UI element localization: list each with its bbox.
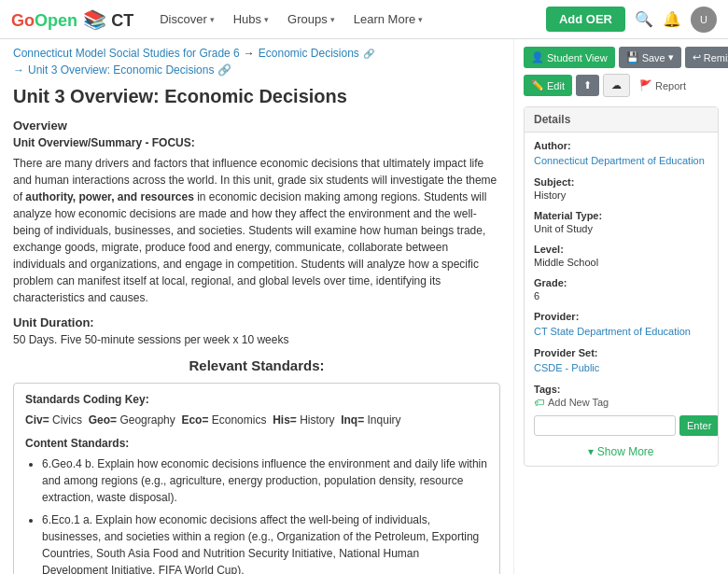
provider-set-link[interactable]: CSDE - Public <box>534 362 599 373</box>
grade-item: Grade: 6 <box>534 277 708 301</box>
summary-bold: authority, power, and resources <box>25 190 194 203</box>
chevron-down-icon: ▾ <box>264 15 269 24</box>
grade-value: 6 <box>534 290 708 301</box>
civ-abbr: Civ= <box>25 413 49 427</box>
add-tag-label[interactable]: Add New Tag <box>548 397 609 408</box>
nav-discover[interactable]: Discover ▾ <box>152 8 222 30</box>
remix-button[interactable]: ↩ Remix ▾ <box>685 47 728 68</box>
report-label: Report <box>655 80 686 91</box>
nav-groups[interactable]: Groups ▾ <box>280 8 343 30</box>
upload-button[interactable]: ⬆ <box>576 75 599 96</box>
overview-label: Overview <box>13 119 500 133</box>
avatar[interactable]: U <box>691 7 717 33</box>
chevron-down-icon: ▾ <box>418 15 423 24</box>
list-item: 6.Eco.1 a. Explain how economic decision… <box>42 511 488 574</box>
edit-button[interactable]: ✏️ Edit <box>524 75 572 96</box>
action-buttons-top: 👤 Student View 💾 Save ▾ ↩ Remix ▾ <box>524 47 719 68</box>
breadcrumb-parent[interactable]: Connecticut Model Social Studies for Gra… <box>13 47 240 60</box>
cloud-icon: ☁ <box>611 79 622 91</box>
tags-item: Tags: 🏷 Add New Tag Enter <box>534 384 708 436</box>
standards-box: Standards Coding Key: Civ= Civics Geo= G… <box>13 383 500 574</box>
main-container: Connecticut Model Social Studies for Gra… <box>0 39 728 574</box>
nav-hubs[interactable]: Hubs ▾ <box>226 8 276 30</box>
upload-icon: ⬆ <box>583 79 592 91</box>
level-item: Level: Middle School <box>534 244 708 268</box>
header-icons: 🔍 🔔 U <box>635 7 717 33</box>
summary-text-2: in economic decision making among region… <box>13 190 486 304</box>
save-icon: 💾 <box>626 51 639 63</box>
geo-abbr: Geo= <box>89 413 117 427</box>
subject-item: Subject: History <box>534 176 708 201</box>
chevron-down-icon: ▾ <box>210 15 215 24</box>
tag-input[interactable] <box>534 415 676 436</box>
left-content: Connecticut Model Social Studies for Gra… <box>0 39 513 574</box>
report-button[interactable]: 🚩 Report <box>634 75 692 96</box>
right-sidebar: 👤 Student View 💾 Save ▾ ↩ Remix ▾ ✏️ Edi… <box>513 39 728 574</box>
logo-books-icon: 📚 <box>77 9 111 30</box>
details-panel: Details Author: Connecticut Department o… <box>524 106 719 467</box>
breadcrumb: Connecticut Model Social Studies for Gra… <box>13 47 500 60</box>
remix-icon: ↩ <box>693 51 701 63</box>
provider-set-label: Provider Set: <box>534 347 708 358</box>
external-link-icon: 🔗 <box>217 63 231 77</box>
logo[interactable]: GoOpen 📚 CT <box>11 8 133 31</box>
standards-title: Relevant Standards: <box>13 357 500 373</box>
cloud-button[interactable]: ☁ <box>603 74 630 97</box>
nav-discover-label: Discover <box>160 12 207 26</box>
inq-abbr: Inq= <box>341 413 364 427</box>
breadcrumb-sub: → Unit 3 Overview: Economic Decisions 🔗 <box>13 63 500 77</box>
save-label: Save <box>642 52 665 63</box>
chevron-down-icon: ▾ <box>330 15 335 24</box>
author-link[interactable]: Connecticut Department of Education <box>534 155 705 166</box>
subject-value: History <box>534 189 708 201</box>
provider-label: Provider: <box>534 311 708 322</box>
subject-label: Subject: <box>534 176 708 188</box>
tags-label: Tags: <box>534 384 708 395</box>
provider-set-item: Provider Set: CSDE - Public <box>534 347 708 374</box>
notification-icon[interactable]: 🔔 <box>663 10 681 28</box>
show-more-button[interactable]: ▾ Show More <box>534 445 708 458</box>
nav-hubs-label: Hubs <box>233 12 261 26</box>
standards-list: 6.Geo.4 b. Explain how economic decision… <box>25 455 488 574</box>
nav-groups-label: Groups <box>287 12 328 26</box>
breadcrumb-sub-link[interactable]: Unit 3 Overview: Economic Decisions <box>28 63 214 77</box>
breadcrumb-arrow: → <box>244 47 255 60</box>
content-standards-label: Content Standards: <box>25 437 488 450</box>
grade-label: Grade: <box>534 277 708 288</box>
eco-abbr: Eco= <box>181 413 208 427</box>
add-tag-row: 🏷 Add New Tag <box>534 397 708 408</box>
tag-enter-button[interactable]: Enter <box>679 415 719 436</box>
student-view-button[interactable]: 👤 Student View <box>524 47 615 68</box>
edit-label: Edit <box>547 80 565 91</box>
logo-open: Open <box>35 11 77 30</box>
sub-arrow: → <box>13 63 24 77</box>
coding-key-text: Civ= Civics Geo= Geography Eco= Economic… <box>25 412 488 429</box>
action-buttons-bottom: ✏️ Edit ⬆ ☁ 🚩 Report <box>524 74 719 97</box>
search-icon[interactable]: 🔍 <box>635 10 653 28</box>
list-item: 6.Geo.4 b. Explain how economic decision… <box>42 455 488 506</box>
show-more-label: Show More <box>597 445 654 458</box>
external-link-icon: 🔗 <box>363 49 374 59</box>
author-item: Author: Connecticut Department of Educat… <box>534 140 708 167</box>
chevron-down-icon: ▾ <box>588 445 594 458</box>
tag-input-row: Enter <box>534 415 708 436</box>
chevron-down-icon: ▾ <box>668 51 674 63</box>
material-type-label: Material Type: <box>534 210 708 221</box>
his-abbr: His= <box>273 413 297 427</box>
save-button[interactable]: 💾 Save ▾ <box>619 47 681 68</box>
nav-links: Discover ▾ Hubs ▾ Groups ▾ Learn More ▾ <box>152 8 546 30</box>
level-value: Middle School <box>534 257 708 268</box>
summary-label: Unit Overview/Summary - FOCUS: <box>13 136 500 149</box>
edit-icon: ✏️ <box>531 79 544 91</box>
nav-learn-more-label: Learn More <box>354 12 415 26</box>
nav-learn-more[interactable]: Learn More ▾ <box>346 8 430 30</box>
coding-key-label: Standards Coding Key: <box>25 393 488 406</box>
remix-label: Remix <box>704 52 728 63</box>
breadcrumb-current[interactable]: Economic Decisions <box>259 47 359 60</box>
logo-go: Go <box>11 11 35 30</box>
page-title: Unit 3 Overview: Economic Decisions <box>13 86 500 107</box>
author-label: Author: <box>534 140 708 151</box>
provider-link[interactable]: CT State Department of Education <box>534 326 691 337</box>
duration-text: 50 Days. Five 50-minute sessions per wee… <box>13 333 500 346</box>
add-oer-button[interactable]: Add OER <box>546 7 625 32</box>
